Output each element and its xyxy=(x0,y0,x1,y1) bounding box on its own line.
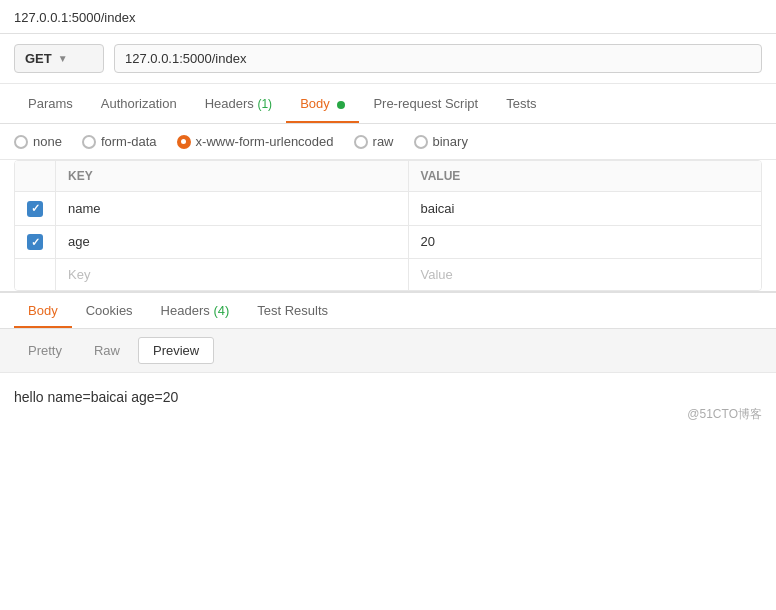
radio-form-data-circle xyxy=(82,135,96,149)
radio-urlencoded-circle xyxy=(177,135,191,149)
row2-key[interactable]: age xyxy=(56,225,409,259)
response-section: Body Cookies Headers (4) Test Results Pr… xyxy=(0,291,776,433)
kv-header-check xyxy=(15,161,56,192)
row-empty-key[interactable]: Key xyxy=(56,259,409,291)
radio-raw[interactable]: raw xyxy=(354,134,394,149)
row-empty-value[interactable]: Value xyxy=(408,259,761,291)
url-display: 127.0.0.1:5000/index xyxy=(14,10,135,25)
watermark: @51CTO博客 xyxy=(687,406,762,423)
tab-tests[interactable]: Tests xyxy=(492,84,550,123)
row2-checkbox[interactable]: ✓ xyxy=(27,234,43,250)
row1-key[interactable]: name xyxy=(56,192,409,226)
request-row: GET ▼ xyxy=(0,34,776,84)
dropdown-arrow-icon: ▼ xyxy=(58,53,68,64)
tab-pre-request[interactable]: Pre-request Script xyxy=(359,84,492,123)
format-tab-preview[interactable]: Preview xyxy=(138,337,214,364)
tab-params[interactable]: Params xyxy=(14,84,87,123)
row1-checkbox[interactable]: ✓ xyxy=(27,201,43,217)
radio-none-circle xyxy=(14,135,28,149)
kv-table: KEY VALUE ✓ name baicai ✓ xyxy=(15,161,761,290)
row2-check-icon: ✓ xyxy=(31,236,40,249)
tab-body[interactable]: Body xyxy=(286,84,359,123)
body-type-row: none form-data x-www-form-urlencoded raw… xyxy=(0,124,776,160)
resp-headers-badge: (4) xyxy=(213,303,229,318)
response-body: hello name=baicai age=20 @51CTO博客 xyxy=(0,373,776,433)
response-tabs-row: Body Cookies Headers (4) Test Results xyxy=(0,293,776,329)
resp-tab-body[interactable]: Body xyxy=(14,293,72,328)
format-tab-raw[interactable]: Raw xyxy=(80,338,134,363)
row2-checkbox-cell[interactable]: ✓ xyxy=(15,225,56,259)
radio-binary-circle xyxy=(414,135,428,149)
resp-tab-cookies[interactable]: Cookies xyxy=(72,293,147,328)
radio-form-data[interactable]: form-data xyxy=(82,134,157,149)
kv-table-wrapper: KEY VALUE ✓ name baicai ✓ xyxy=(14,160,762,291)
row1-value[interactable]: baicai xyxy=(408,192,761,226)
url-bar-area: 127.0.0.1:5000/index xyxy=(0,0,776,34)
row2-value[interactable]: 20 xyxy=(408,225,761,259)
resp-tab-headers[interactable]: Headers (4) xyxy=(147,293,244,328)
radio-none[interactable]: none xyxy=(14,134,62,149)
url-input[interactable] xyxy=(114,44,762,73)
kv-header-key: KEY xyxy=(56,161,409,192)
table-row: ✓ age 20 xyxy=(15,225,761,259)
resp-tab-test-results[interactable]: Test Results xyxy=(243,293,342,328)
headers-badge: (1) xyxy=(257,97,272,111)
method-select[interactable]: GET ▼ xyxy=(14,44,104,73)
tab-headers[interactable]: Headers (1) xyxy=(191,84,286,123)
tab-authorization[interactable]: Authorization xyxy=(87,84,191,123)
request-tabs-row: Params Authorization Headers (1) Body Pr… xyxy=(0,84,776,124)
method-label: GET xyxy=(25,51,52,66)
table-row-empty: Key Value xyxy=(15,259,761,291)
radio-raw-circle xyxy=(354,135,368,149)
radio-binary[interactable]: binary xyxy=(414,134,468,149)
body-dot-icon xyxy=(337,101,345,109)
radio-x-www-form-urlencoded[interactable]: x-www-form-urlencoded xyxy=(177,134,334,149)
format-tab-pretty[interactable]: Pretty xyxy=(14,338,76,363)
kv-header-value: VALUE xyxy=(408,161,761,192)
row1-check-icon: ✓ xyxy=(31,202,40,215)
row-empty-checkbox-cell xyxy=(15,259,56,291)
row1-checkbox-cell[interactable]: ✓ xyxy=(15,192,56,226)
response-content: hello name=baicai age=20 xyxy=(14,389,178,405)
format-tabs-row: Pretty Raw Preview xyxy=(0,329,776,373)
table-row: ✓ name baicai xyxy=(15,192,761,226)
